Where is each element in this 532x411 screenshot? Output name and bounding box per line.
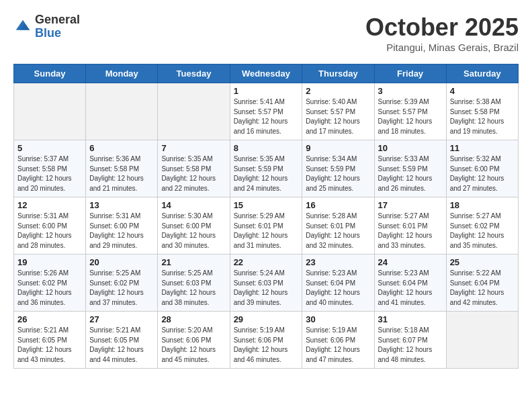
logo: General Blue <box>13 13 80 40</box>
day-number: 19 <box>17 257 82 267</box>
calendar-week-row: 26Sunrise: 5:21 AM Sunset: 6:05 PM Dayli… <box>14 312 519 369</box>
day-number: 21 <box>161 257 226 267</box>
day-number: 16 <box>306 200 370 210</box>
calendar-cell: 18Sunrise: 5:27 AM Sunset: 6:02 PM Dayli… <box>446 197 518 255</box>
day-number: 25 <box>450 257 515 267</box>
day-info: Sunrise: 5:27 AM Sunset: 6:01 PM Dayligh… <box>378 212 443 250</box>
day-info: Sunrise: 5:20 AM Sunset: 6:06 PM Dayligh… <box>161 326 226 365</box>
day-info: Sunrise: 5:29 AM Sunset: 6:01 PM Dayligh… <box>234 212 299 250</box>
calendar-cell: 16Sunrise: 5:28 AM Sunset: 6:01 PM Dayli… <box>302 197 374 255</box>
day-info: Sunrise: 5:19 AM Sunset: 6:06 PM Dayligh… <box>306 326 370 365</box>
day-info: Sunrise: 5:18 AM Sunset: 6:07 PM Dayligh… <box>378 326 443 365</box>
weekday-header-sunday: Sunday <box>14 64 86 83</box>
calendar-cell: 10Sunrise: 5:33 AM Sunset: 5:59 PM Dayli… <box>374 140 446 197</box>
day-info: Sunrise: 5:24 AM Sunset: 6:03 PM Dayligh… <box>234 269 299 308</box>
weekday-header-monday: Monday <box>86 64 158 83</box>
day-info: Sunrise: 5:38 AM Sunset: 5:58 PM Dayligh… <box>450 97 515 136</box>
day-number: 29 <box>234 314 299 324</box>
calendar-cell: 28Sunrise: 5:20 AM Sunset: 6:06 PM Dayli… <box>158 312 230 369</box>
weekday-header-friday: Friday <box>374 64 446 83</box>
day-number: 4 <box>450 86 515 96</box>
day-info: Sunrise: 5:32 AM Sunset: 6:00 PM Dayligh… <box>450 154 515 193</box>
calendar-cell: 13Sunrise: 5:31 AM Sunset: 6:00 PM Dayli… <box>86 197 158 255</box>
day-number: 30 <box>306 314 370 324</box>
day-number: 28 <box>161 314 226 324</box>
calendar-cell: 27Sunrise: 5:21 AM Sunset: 6:05 PM Dayli… <box>86 312 158 369</box>
day-info: Sunrise: 5:39 AM Sunset: 5:57 PM Dayligh… <box>378 97 443 136</box>
calendar-cell: 15Sunrise: 5:29 AM Sunset: 6:01 PM Dayli… <box>230 197 302 255</box>
calendar-cell: 4Sunrise: 5:38 AM Sunset: 5:58 PM Daylig… <box>446 83 518 140</box>
calendar-cell: 29Sunrise: 5:19 AM Sunset: 6:06 PM Dayli… <box>230 312 302 369</box>
calendar-cell: 9Sunrise: 5:34 AM Sunset: 5:59 PM Daylig… <box>302 140 374 197</box>
location-subtitle: Pitangui, Minas Gerais, Brazil <box>365 42 519 53</box>
day-info: Sunrise: 5:25 AM Sunset: 6:02 PM Dayligh… <box>89 269 154 308</box>
calendar-cell: 1Sunrise: 5:41 AM Sunset: 5:57 PM Daylig… <box>230 83 302 140</box>
day-number: 6 <box>89 143 154 153</box>
calendar-week-row: 5Sunrise: 5:37 AM Sunset: 5:58 PM Daylig… <box>14 140 519 197</box>
calendar-cell: 5Sunrise: 5:37 AM Sunset: 5:58 PM Daylig… <box>14 140 86 197</box>
day-number: 1 <box>234 86 299 96</box>
calendar-cell: 25Sunrise: 5:22 AM Sunset: 6:04 PM Dayli… <box>446 255 518 312</box>
day-info: Sunrise: 5:36 AM Sunset: 5:58 PM Dayligh… <box>89 154 154 193</box>
calendar-cell: 22Sunrise: 5:24 AM Sunset: 6:03 PM Dayli… <box>230 255 302 312</box>
calendar-cell: 23Sunrise: 5:23 AM Sunset: 6:04 PM Dayli… <box>302 255 374 312</box>
page-header: General Blue October 2025 Pitangui, Mina… <box>13 13 519 53</box>
day-info: Sunrise: 5:33 AM Sunset: 5:59 PM Dayligh… <box>378 154 443 193</box>
weekday-header-thursday: Thursday <box>302 64 374 83</box>
day-number: 2 <box>306 86 370 96</box>
calendar-cell: 19Sunrise: 5:26 AM Sunset: 6:02 PM Dayli… <box>14 255 86 312</box>
day-number: 17 <box>378 200 443 210</box>
weekday-header-row: SundayMondayTuesdayWednesdayThursdayFrid… <box>14 64 519 83</box>
calendar-cell: 26Sunrise: 5:21 AM Sunset: 6:05 PM Dayli… <box>14 312 86 369</box>
day-info: Sunrise: 5:21 AM Sunset: 6:05 PM Dayligh… <box>17 326 82 365</box>
logo-text: General Blue <box>35 13 80 40</box>
weekday-header-tuesday: Tuesday <box>158 64 230 83</box>
weekday-header-wednesday: Wednesday <box>230 64 302 83</box>
day-number: 26 <box>17 314 82 324</box>
day-info: Sunrise: 5:41 AM Sunset: 5:57 PM Dayligh… <box>234 97 299 136</box>
calendar-week-row: 12Sunrise: 5:31 AM Sunset: 6:00 PM Dayli… <box>14 197 519 255</box>
day-info: Sunrise: 5:31 AM Sunset: 6:00 PM Dayligh… <box>89 212 154 250</box>
calendar-cell <box>86 83 158 140</box>
month-title: October 2025 <box>365 13 519 42</box>
day-number: 23 <box>306 257 370 267</box>
day-info: Sunrise: 5:37 AM Sunset: 5:58 PM Dayligh… <box>17 154 82 193</box>
calendar-cell: 11Sunrise: 5:32 AM Sunset: 6:00 PM Dayli… <box>446 140 518 197</box>
day-number: 11 <box>450 143 515 153</box>
calendar-week-row: 19Sunrise: 5:26 AM Sunset: 6:02 PM Dayli… <box>14 255 519 312</box>
logo-icon <box>13 17 32 36</box>
calendar-cell: 6Sunrise: 5:36 AM Sunset: 5:58 PM Daylig… <box>86 140 158 197</box>
calendar-cell: 12Sunrise: 5:31 AM Sunset: 6:00 PM Dayli… <box>14 197 86 255</box>
day-number: 8 <box>234 143 299 153</box>
calendar-cell: 17Sunrise: 5:27 AM Sunset: 6:01 PM Dayli… <box>374 197 446 255</box>
calendar-cell: 14Sunrise: 5:30 AM Sunset: 6:00 PM Dayli… <box>158 197 230 255</box>
day-number: 27 <box>89 314 154 324</box>
day-info: Sunrise: 5:26 AM Sunset: 6:02 PM Dayligh… <box>17 269 82 308</box>
calendar-cell <box>14 83 86 140</box>
day-info: Sunrise: 5:22 AM Sunset: 6:04 PM Dayligh… <box>450 269 515 308</box>
calendar-cell: 21Sunrise: 5:25 AM Sunset: 6:03 PM Dayli… <box>158 255 230 312</box>
calendar-cell: 8Sunrise: 5:35 AM Sunset: 5:59 PM Daylig… <box>230 140 302 197</box>
day-number: 13 <box>89 200 154 210</box>
day-number: 3 <box>378 86 443 96</box>
day-info: Sunrise: 5:34 AM Sunset: 5:59 PM Dayligh… <box>306 154 370 193</box>
day-number: 24 <box>378 257 443 267</box>
day-info: Sunrise: 5:28 AM Sunset: 6:01 PM Dayligh… <box>306 212 370 250</box>
calendar-cell: 30Sunrise: 5:19 AM Sunset: 6:06 PM Dayli… <box>302 312 374 369</box>
day-number: 9 <box>306 143 370 153</box>
day-number: 31 <box>378 314 443 324</box>
day-info: Sunrise: 5:31 AM Sunset: 6:00 PM Dayligh… <box>17 212 82 250</box>
day-number: 12 <box>17 200 82 210</box>
day-info: Sunrise: 5:23 AM Sunset: 6:04 PM Dayligh… <box>306 269 370 308</box>
calendar-table: SundayMondayTuesdayWednesdayThursdayFrid… <box>13 64 519 369</box>
weekday-header-saturday: Saturday <box>446 64 518 83</box>
day-info: Sunrise: 5:30 AM Sunset: 6:00 PM Dayligh… <box>161 212 226 250</box>
day-number: 10 <box>378 143 443 153</box>
calendar-cell <box>446 312 518 369</box>
day-number: 7 <box>161 143 226 153</box>
day-info: Sunrise: 5:23 AM Sunset: 6:04 PM Dayligh… <box>378 269 443 308</box>
day-number: 18 <box>450 200 515 210</box>
day-info: Sunrise: 5:35 AM Sunset: 5:59 PM Dayligh… <box>234 154 299 193</box>
calendar-week-row: 1Sunrise: 5:41 AM Sunset: 5:57 PM Daylig… <box>14 83 519 140</box>
day-info: Sunrise: 5:25 AM Sunset: 6:03 PM Dayligh… <box>161 269 226 308</box>
